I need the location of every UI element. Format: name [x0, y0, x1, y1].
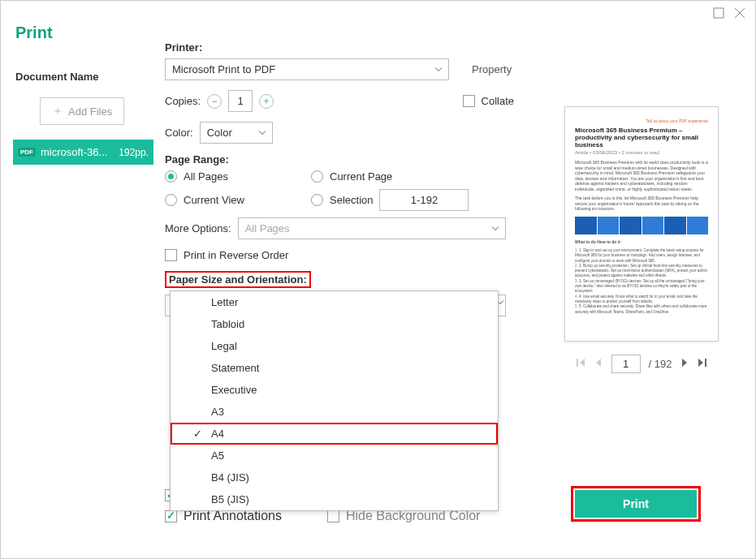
maximize-icon[interactable]: [713, 7, 724, 22]
first-page-icon[interactable]: [576, 358, 585, 370]
svg-rect-0: [714, 8, 724, 18]
add-files-button[interactable]: ＋ Add Files: [40, 97, 124, 125]
check-icon: ✓: [193, 428, 202, 440]
last-page-icon[interactable]: [698, 358, 707, 370]
copies-input[interactable]: [228, 90, 253, 112]
next-page-icon[interactable]: [680, 358, 689, 370]
current-page-radio[interactable]: [311, 170, 323, 183]
dialog-title: Print: [15, 24, 145, 42]
file-pagecount: 192pp.: [119, 147, 149, 158]
color-label: Color:: [165, 127, 193, 139]
paper-section-header: Paper Size and Orientation:: [165, 271, 311, 288]
paper-size-dropdown: Letter Tabloid Legal Statement Executive…: [170, 290, 499, 511]
plus-icon: ＋: [52, 104, 63, 118]
svg-rect-1: [577, 359, 578, 367]
collate-checkbox[interactable]: [463, 95, 475, 107]
selection-input[interactable]: [379, 189, 469, 211]
current-view-radio[interactable]: [165, 194, 177, 206]
all-pages-radio[interactable]: [165, 170, 177, 183]
printer-label: Printer:: [165, 41, 514, 54]
close-icon[interactable]: [734, 7, 745, 22]
document-item[interactable]: PDF microsoft-36... 192pp.: [13, 140, 153, 165]
selection-radio[interactable]: [311, 194, 323, 206]
print-annotations-checkbox[interactable]: [165, 510, 177, 522]
more-options-label: More Options:: [165, 222, 231, 234]
paper-option-a3[interactable]: A3: [171, 401, 498, 423]
paper-option-a5[interactable]: A5: [171, 445, 498, 467]
paper-option-statement[interactable]: Statement: [171, 357, 498, 379]
prev-page-icon[interactable]: [594, 358, 603, 370]
color-select[interactable]: Color: [200, 122, 273, 144]
copies-label: Copies:: [165, 95, 201, 107]
paper-option-a4[interactable]: ✓A4: [171, 423, 498, 445]
paper-option-b5[interactable]: B5 (JIS): [171, 488, 498, 510]
property-link[interactable]: Property: [472, 63, 512, 75]
printer-select[interactable]: Microsoft Print to PDF: [165, 58, 449, 80]
paper-option-executive[interactable]: Executive: [171, 379, 498, 401]
preview-pager: / 192: [556, 355, 727, 373]
reverse-order-checkbox[interactable]: [165, 249, 177, 261]
paper-option-tabloid[interactable]: Tabloid: [171, 313, 498, 335]
file-name: microsoft-36...: [41, 146, 107, 158]
paper-option-legal[interactable]: Legal: [171, 335, 498, 357]
more-options-select[interactable]: All Pages: [238, 217, 506, 239]
paper-option-b4[interactable]: B4 (JIS): [171, 467, 498, 488]
collate-label: Collate: [482, 95, 514, 107]
hide-background-checkbox[interactable]: [327, 510, 339, 522]
page-input[interactable]: [611, 355, 641, 373]
increment-button[interactable]: ＋: [259, 94, 274, 109]
paper-option-letter[interactable]: Letter: [171, 291, 498, 313]
print-button[interactable]: Print: [575, 490, 697, 518]
decrement-button[interactable]: −: [207, 94, 222, 109]
print-preview: Tell us about your PDF experience Micros…: [564, 106, 719, 342]
page-range-label: Page Range:: [165, 153, 514, 166]
doc-name-header: Document Name: [15, 71, 145, 83]
svg-rect-2: [705, 359, 706, 367]
pdf-icon: PDF: [18, 148, 36, 157]
page-total: / 192: [649, 358, 672, 370]
